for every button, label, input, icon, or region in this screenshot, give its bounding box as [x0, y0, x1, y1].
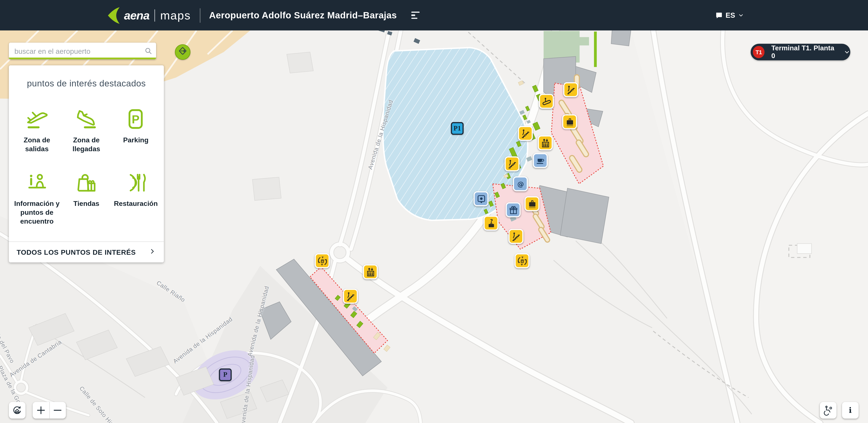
- chevron-down-icon: [738, 12, 744, 18]
- map-marker-stairs-icon[interactable]: [343, 289, 358, 304]
- aena-arrow-icon: [107, 6, 121, 24]
- brand-aena: aena: [124, 9, 149, 22]
- map-marker-escalator-icon[interactable]: [539, 94, 554, 109]
- poi-panel: puntos de interés destacados Zona de sal…: [9, 65, 164, 262]
- poi-item-parking[interactable]: P Parking: [111, 106, 160, 153]
- chevron-right-icon: [148, 247, 156, 257]
- zoom-control: [33, 402, 66, 419]
- shopping-icon: [74, 170, 99, 195]
- parking-badge-p1[interactable]: P1: [451, 122, 464, 135]
- chevron-down-icon: [844, 49, 850, 56]
- brand-maps: maps: [160, 9, 191, 22]
- map-marker-cafe-icon[interactable]: [533, 153, 548, 168]
- map-marker-internet-icon[interactable]: @: [513, 176, 528, 191]
- map-marker-stairs-icon[interactable]: [508, 229, 523, 244]
- wheelchair-gear-icon: [823, 405, 834, 416]
- map-marker-elevator-icon[interactable]: [363, 265, 378, 279]
- svg-text:P: P: [132, 113, 140, 126]
- home-reset-icon: [12, 405, 23, 416]
- map-marker-shops-icon[interactable]: [506, 203, 521, 217]
- zoom-out-button[interactable]: [50, 402, 66, 419]
- aena-maps-app: Avenida de la HispanidadAvenida de la Hi…: [0, 0, 868, 423]
- minus-icon: [52, 405, 63, 416]
- floor-selector[interactable]: T1 Terminal T1. Planta 0: [751, 43, 850, 60]
- search-input[interactable]: [9, 42, 156, 59]
- plus-icon: [35, 405, 46, 416]
- title-divider: [200, 8, 200, 23]
- map-marker-baggage-icon[interactable]: [562, 114, 577, 129]
- floor-label: Terminal T1. Planta 0: [771, 44, 838, 60]
- poi-item-shops[interactable]: Tiendas: [62, 170, 111, 226]
- info-person-icon: [24, 170, 50, 195]
- search-icon: [144, 47, 153, 55]
- map-marker-stairs-icon[interactable]: [518, 126, 533, 141]
- language-code: ES: [725, 11, 735, 19]
- info-button[interactable]: i: [842, 402, 859, 419]
- parking-badge-p[interactable]: P: [219, 368, 232, 381]
- brand-divider: [154, 9, 155, 21]
- accessibility-button[interactable]: [820, 402, 836, 419]
- map-marker-stairs-icon[interactable]: [505, 156, 520, 171]
- parking-icon: P: [123, 106, 149, 132]
- top-bar: aena maps Aeropuerto Adolfo Suárez Madri…: [0, 0, 868, 30]
- poi-panel-title: puntos de interés destacados: [9, 79, 164, 89]
- poi-item-restaurants[interactable]: Restauración: [111, 170, 160, 226]
- airport-title: Aeropuerto Adolfo Suárez Madrid–Barajas: [209, 10, 397, 21]
- aena-maps-logo[interactable]: aena maps: [107, 6, 191, 24]
- map-marker-shuttle-icon[interactable]: [515, 253, 529, 268]
- plane-departure-icon: [24, 106, 50, 132]
- plane-arrival-icon: [74, 106, 99, 132]
- map-marker-stairs-icon[interactable]: [563, 82, 578, 97]
- route-button[interactable]: [175, 44, 190, 60]
- svg-text:i: i: [849, 405, 852, 415]
- search-box: [9, 42, 156, 59]
- restaurant-icon: [123, 170, 149, 195]
- map-marker-baggage-icon[interactable]: [524, 197, 539, 211]
- route-icon: [177, 45, 189, 59]
- poi-item-information[interactable]: Información y puntos de encuentro: [12, 170, 62, 226]
- all-poi-link[interactable]: TODOS LOS PUNTOS DE INTERÉS: [9, 241, 164, 262]
- poi-item-departures[interactable]: Zona de salidas: [12, 106, 62, 153]
- map-marker-elevator-icon[interactable]: [538, 135, 553, 150]
- speech-bubble-icon: [714, 11, 723, 19]
- map-marker-meeting-point-icon[interactable]: [473, 191, 488, 206]
- svg-text:@: @: [517, 180, 524, 188]
- search-underline: [9, 58, 156, 59]
- menu-button[interactable]: [411, 11, 419, 19]
- poi-item-arrivals[interactable]: Zona de llegadas: [62, 106, 111, 153]
- zoom-in-button[interactable]: [33, 402, 50, 419]
- poi-grid: Zona de salidas Zona de llegadas P Parki…: [9, 106, 164, 226]
- language-selector[interactable]: ES: [714, 0, 744, 30]
- terminal-badge: T1: [753, 46, 765, 58]
- map-marker-shuttle-icon[interactable]: [315, 253, 330, 268]
- info-icon: i: [845, 405, 856, 416]
- reset-view-button[interactable]: [9, 402, 26, 419]
- map-marker-lost-found-icon[interactable]: ?: [484, 216, 498, 231]
